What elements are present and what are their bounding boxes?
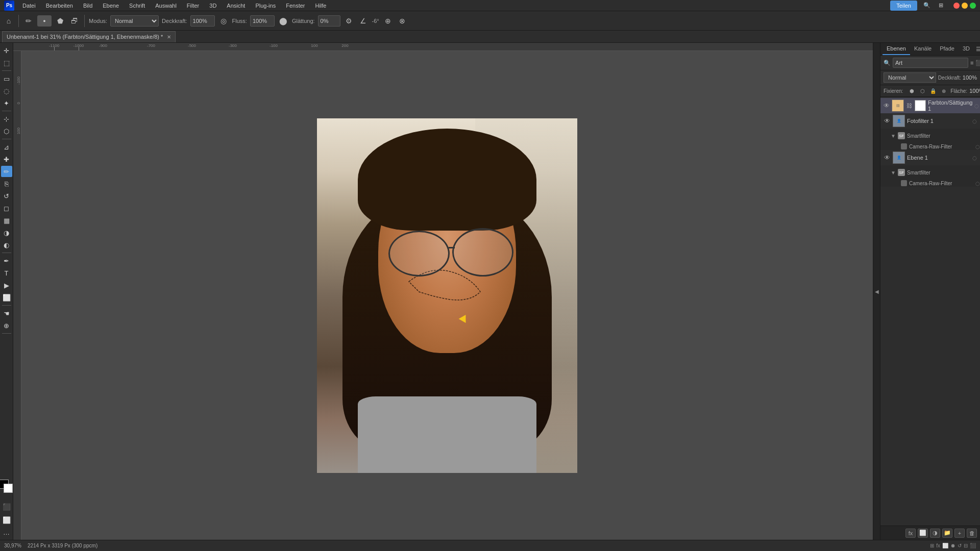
clone-stamp-tool[interactable]: ⎘ bbox=[1, 178, 12, 189]
menu-auswahl[interactable]: Auswahl bbox=[153, 2, 179, 10]
menu-datei[interactable]: Datei bbox=[20, 2, 38, 10]
layer-options-farbton[interactable]: ◌ bbox=[974, 103, 979, 109]
home-icon[interactable]: ⌂ bbox=[3, 15, 14, 27]
tab-kanaele[interactable]: Kanäle bbox=[910, 43, 936, 55]
new-group-button[interactable]: 📁 bbox=[942, 529, 952, 538]
filter-line-1[interactable]: Camera-Raw-Filter ◌ bbox=[880, 143, 980, 150]
history-brush-tool[interactable]: ↺ bbox=[1, 190, 12, 202]
share-button[interactable]: Teilen bbox=[890, 1, 917, 11]
glattung-input[interactable] bbox=[318, 15, 340, 27]
quick-select-tool[interactable]: ✦ bbox=[1, 97, 12, 109]
deckkraft-input[interactable] bbox=[190, 15, 215, 27]
filter-options-1[interactable]: ◌ bbox=[975, 144, 980, 149]
search-icon[interactable]: 🔍 bbox=[921, 1, 933, 10]
pixel-filter-icon[interactable]: ⬛ bbox=[975, 58, 980, 67]
brush-tool-icon[interactable]: ✏ bbox=[23, 15, 34, 27]
airbrush-icon[interactable]: ⬤ bbox=[278, 15, 289, 27]
layer-farbton[interactable]: 👁 ▤ ⛓ Farbton/Sättigung 1 ◌ bbox=[880, 98, 980, 113]
expand-arrow-2[interactable]: ▼ bbox=[891, 170, 896, 176]
lock-all-icon[interactable]: 🔒 bbox=[928, 86, 938, 95]
layer-visibility-farbton[interactable]: 👁 bbox=[884, 102, 890, 109]
brush-options-icon[interactable]: ● bbox=[37, 15, 52, 27]
layer-search-input[interactable] bbox=[893, 58, 968, 68]
brush-tool[interactable]: ✏ bbox=[1, 166, 12, 177]
color-swatches[interactable] bbox=[0, 480, 14, 494]
quick-mask-tool[interactable]: ⬛ bbox=[1, 501, 12, 512]
menu-bild[interactable]: Bild bbox=[81, 2, 94, 10]
tab-3d[interactable]: 3D bbox=[959, 43, 974, 55]
extra-icon[interactable]: ⊗ bbox=[397, 15, 408, 27]
menu-plugins[interactable]: Plug-ins bbox=[253, 2, 278, 10]
menu-hilfe[interactable]: Hilfe bbox=[313, 2, 328, 10]
layer-visibility-fotofilter[interactable]: 👁 bbox=[884, 117, 891, 124]
menu-schrift[interactable]: Schrift bbox=[127, 2, 147, 10]
move-tool[interactable]: ✛ bbox=[1, 45, 12, 56]
frame-tool[interactable]: ⬡ bbox=[1, 126, 12, 137]
tab-pfade[interactable]: Pfade bbox=[936, 43, 959, 55]
tab-ebenen[interactable]: Ebenen bbox=[883, 43, 910, 55]
menu-3d[interactable]: 3D bbox=[207, 2, 218, 10]
panel-menu-icon[interactable]: ☰ bbox=[974, 44, 980, 54]
filter-options-2[interactable]: ◌ bbox=[975, 181, 980, 186]
window-minimize-button[interactable] bbox=[962, 3, 968, 9]
blend-mode-select[interactable]: Normal Multiplizieren Bildschirm bbox=[884, 72, 936, 83]
menu-fenster[interactable]: Fenster bbox=[284, 2, 307, 10]
new-layer-button[interactable]: + bbox=[954, 529, 965, 538]
background-color[interactable] bbox=[4, 484, 13, 493]
angle-icon[interactable]: ∠ bbox=[358, 15, 369, 27]
lock-extra-icon[interactable]: ⊕ bbox=[939, 86, 948, 95]
shape-tool[interactable]: ⬜ bbox=[1, 292, 12, 303]
healing-tool[interactable]: ✚ bbox=[1, 154, 12, 165]
pen-tool[interactable]: ✒ bbox=[1, 255, 12, 266]
layer-options-ebene1[interactable]: ◌ bbox=[972, 155, 977, 161]
extra-tools[interactable]: … bbox=[1, 527, 12, 538]
artboard-tool[interactable]: ⬚ bbox=[1, 57, 12, 68]
layer-fotofilter[interactable]: 👁 👤 Fotofilter 1 ◌ bbox=[880, 113, 980, 129]
layer-smartfilter-1[interactable]: ▼ SF Smartfilter bbox=[880, 129, 980, 143]
gradient-tool[interactable]: ▦ bbox=[1, 215, 12, 226]
tab-close-icon[interactable]: ✕ bbox=[167, 34, 171, 40]
symmetry-icon[interactable]: ⊕ bbox=[382, 15, 394, 27]
window-close-button[interactable] bbox=[953, 3, 960, 9]
workspace-icon[interactable]: ⊞ bbox=[937, 1, 945, 10]
crop-tool[interactable]: ⊹ bbox=[1, 113, 12, 124]
path-select-tool[interactable]: ▶ bbox=[1, 280, 12, 291]
delete-layer-button[interactable]: 🗑 bbox=[967, 529, 977, 538]
window-maximize-button[interactable] bbox=[970, 3, 976, 9]
menu-filter[interactable]: Filter bbox=[185, 2, 201, 10]
layer-visibility-ebene1[interactable]: 👁 bbox=[884, 154, 891, 161]
pressure-opacity-icon[interactable]: ◎ bbox=[218, 15, 229, 27]
lasso-tool[interactable]: ◌ bbox=[1, 85, 12, 96]
zoom-tool[interactable]: ⊕ bbox=[1, 320, 12, 331]
lock-position-icon[interactable]: ⬢ bbox=[907, 86, 916, 95]
screen-mode-tool[interactable]: ⬜ bbox=[1, 514, 12, 525]
dodge-tool[interactable]: ◐ bbox=[1, 239, 12, 251]
expand-arrow-1[interactable]: ▼ bbox=[891, 133, 896, 139]
smoothing-icon[interactable]: ⚙ bbox=[344, 15, 355, 27]
layer-ebene1[interactable]: 👁 👤 Ebene 1 ◌ bbox=[880, 150, 980, 165]
layer-options-fotofilter[interactable]: ◌ bbox=[972, 118, 977, 124]
fluss-input[interactable] bbox=[250, 15, 275, 27]
layer-kind-icon[interactable]: ≡ bbox=[970, 58, 973, 67]
eraser-tool[interactable]: ◻ bbox=[1, 203, 12, 214]
blur-tool[interactable]: ◑ bbox=[1, 227, 12, 238]
eyedropper-tool[interactable]: ⊿ bbox=[1, 141, 12, 153]
add-fx-button[interactable]: fx bbox=[905, 529, 916, 538]
add-mask-button[interactable]: ⬜ bbox=[918, 529, 928, 538]
filter-line-2[interactable]: Camera-Raw-Filter ◌ bbox=[880, 180, 980, 187]
new-adjustment-button[interactable]: ◑ bbox=[930, 529, 940, 538]
lock-art-icon[interactable]: ⬡ bbox=[918, 86, 927, 95]
layer-smartfilter-2[interactable]: ▼ SF Smartfilter bbox=[880, 165, 980, 180]
modus-select[interactable]: Normal Multiplizieren Bildschirm bbox=[110, 15, 159, 27]
brush-preset-icon[interactable]: ⬟ bbox=[55, 15, 66, 27]
ruler-top: -1100 -1000 -900 -700 -500 -300 -100 100… bbox=[13, 43, 873, 51]
clone-source-icon[interactable]: 🗗 bbox=[69, 15, 80, 27]
menu-ebene[interactable]: Ebene bbox=[101, 2, 121, 10]
document-tab[interactable]: Unbenannt-1 bei 31% (Farbton/Sättigung 1… bbox=[2, 31, 176, 42]
hand-tool[interactable]: ☚ bbox=[1, 308, 12, 319]
rectangular-select-tool[interactable]: ▭ bbox=[1, 73, 12, 84]
type-tool[interactable]: T bbox=[1, 267, 12, 279]
menu-ansicht[interactable]: Ansicht bbox=[225, 2, 247, 10]
panel-collapse-button[interactable]: ◀ bbox=[873, 43, 880, 540]
menu-bearbeiten[interactable]: Bearbeiten bbox=[44, 2, 75, 10]
